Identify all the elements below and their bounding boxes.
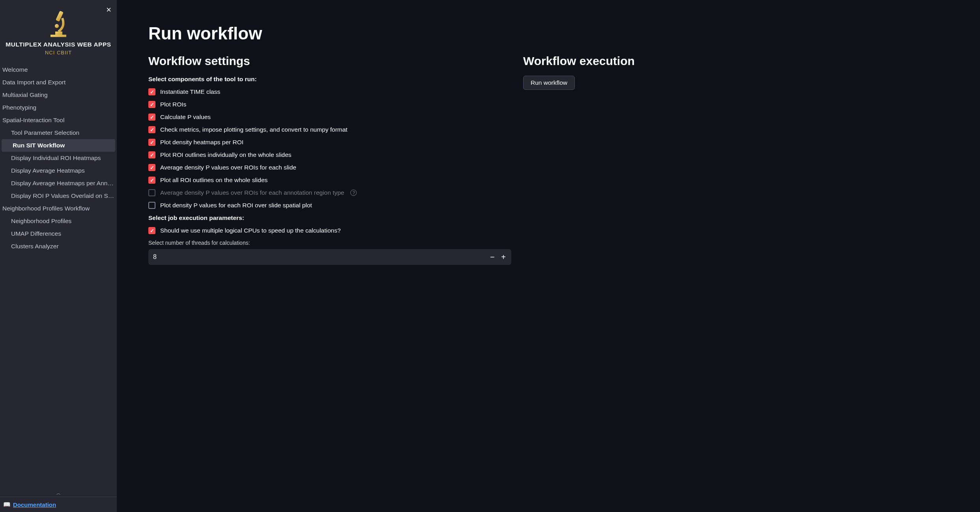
sidebar-item-13[interactable]: UMAP Differences — [0, 227, 117, 240]
microscope-icon — [47, 7, 70, 39]
checkbox-4[interactable]: ✓ — [148, 139, 155, 146]
checkbox-label-1: Plot ROIs — [160, 101, 186, 108]
checkbox-8 — [148, 189, 155, 196]
sidebar-item-11[interactable]: Neighborhood Profiles Workflow — [0, 202, 117, 215]
documentation-link[interactable]: Documentation — [13, 501, 56, 508]
close-icon[interactable]: × — [105, 3, 113, 17]
sidebar-item-2[interactable]: Multiaxial Gating — [0, 89, 117, 101]
execution-column: Workflow execution Run workflow — [523, 54, 635, 90]
checkbox-row-8: Average density P values over ROIs for e… — [148, 189, 511, 196]
checkbox-row-3: ✓Check metrics, impose plotting settings… — [148, 126, 511, 133]
settings-heading: Workflow settings — [148, 54, 511, 68]
sidebar-item-9[interactable]: Display Average Heatmaps per Annota… — [0, 177, 117, 190]
sidebar-item-10[interactable]: Display ROI P Values Overlaid on Slides — [0, 190, 117, 202]
svg-point-3 — [55, 24, 59, 28]
sidebar-item-12[interactable]: Neighborhood Profiles — [0, 215, 117, 227]
components-label: Select components of the tool to run: — [148, 76, 511, 83]
decrement-button[interactable]: − — [487, 251, 498, 263]
checkbox-list: ✓Instantiate TIME class✓Plot ROIs✓Calcul… — [148, 88, 511, 209]
help-icon[interactable]: ? — [350, 190, 357, 196]
checkbox-2[interactable]: ✓ — [148, 114, 155, 121]
checkbox-7[interactable]: ✓ — [148, 177, 155, 184]
checkbox-label-4: Plot density heatmaps per ROI — [160, 139, 243, 146]
brand-logo-block: MULTIPLEX ANALYSIS WEB APPS NCI CBIIT — [0, 0, 117, 60]
chevron-up-icon[interactable]: ︿ — [0, 490, 117, 497]
run-workflow-button[interactable]: Run workflow — [523, 76, 575, 90]
checkbox-label-0: Instantiate TIME class — [160, 88, 220, 95]
checkbox-5[interactable]: ✓ — [148, 151, 155, 158]
increment-button[interactable]: + — [498, 251, 509, 263]
threads-label: Select number of threads for calculation… — [148, 240, 511, 246]
checkbox-1[interactable]: ✓ — [148, 101, 155, 108]
brand-subtitle: NCI CBIIT — [45, 50, 72, 56]
checkbox-row-1: ✓Plot ROIs — [148, 101, 511, 108]
check-icon: ✓ — [150, 102, 154, 107]
checkbox-label-5: Plot ROI outlines individually on the wh… — [160, 151, 292, 158]
checkbox-row-0: ✓Instantiate TIME class — [148, 88, 511, 95]
checkbox-9[interactable] — [148, 202, 155, 209]
checkbox-label-9: Plot density P values for each ROI over … — [160, 202, 312, 209]
checkbox-row-9: Plot density P values for each ROI over … — [148, 202, 511, 209]
sidebar-item-7[interactable]: Display Individual ROI Heatmaps — [0, 152, 117, 164]
check-icon: ✓ — [150, 115, 154, 120]
sidebar-item-14[interactable]: Clusters Analyzer — [0, 240, 117, 253]
settings-column: Workflow settings Select components of t… — [148, 54, 511, 265]
checkbox-label-7: Plot all ROI outlines on the whole slide… — [160, 177, 267, 184]
check-icon: ✓ — [150, 127, 154, 132]
sidebar-item-8[interactable]: Display Average Heatmaps — [0, 164, 117, 177]
sidebar-item-0[interactable]: Welcome — [0, 63, 117, 76]
checkbox-row-5: ✓Plot ROI outlines individually on the w… — [148, 151, 511, 158]
execution-heading: Workflow execution — [523, 54, 635, 68]
checkbox-row-2: ✓Calculate P values — [148, 114, 511, 121]
sidebar: × MULTIPLEX ANALYSIS WEB APPS NCI CBIIT … — [0, 0, 117, 512]
sidebar-item-1[interactable]: Data Import and Export — [0, 76, 117, 89]
checkbox-label-3: Check metrics, impose plotting settings,… — [160, 126, 348, 133]
check-icon: ✓ — [150, 153, 154, 158]
sidebar-item-4[interactable]: Spatial-Interaction Tool — [0, 114, 117, 127]
checkbox-label-6: Average density P values over ROIs for e… — [160, 164, 296, 171]
check-icon: ✓ — [150, 165, 154, 170]
cpu-checkbox-row: ✓ Should we use multiple logical CPUs to… — [148, 227, 511, 234]
threads-input[interactable] — [153, 253, 487, 261]
sidebar-item-5[interactable]: Tool Parameter Selection — [0, 127, 117, 139]
checkbox-6[interactable]: ✓ — [148, 164, 155, 171]
sidebar-footer: 📖 Documentation — [0, 497, 117, 512]
svg-rect-0 — [50, 35, 66, 37]
check-icon: ✓ — [150, 228, 154, 233]
sidebar-item-3[interactable]: Phenotyping — [0, 101, 117, 114]
page-title: Run workflow — [148, 24, 948, 43]
checkbox-row-6: ✓Average density P values over ROIs for … — [148, 164, 511, 171]
check-icon: ✓ — [150, 89, 154, 95]
checkbox-label-2: Calculate P values — [160, 114, 211, 121]
brand-title: MULTIPLEX ANALYSIS WEB APPS — [6, 41, 111, 48]
sidebar-item-6[interactable]: Run SIT Workflow — [2, 139, 115, 152]
book-icon: 📖 — [3, 501, 11, 508]
params-label: Select job execution parameters: — [148, 214, 511, 222]
cpu-checkbox[interactable]: ✓ — [148, 227, 155, 234]
threads-input-wrapper: − + — [148, 249, 511, 265]
checkbox-0[interactable]: ✓ — [148, 88, 155, 95]
checkbox-3[interactable]: ✓ — [148, 126, 155, 133]
check-icon: ✓ — [150, 178, 154, 183]
check-icon: ✓ — [150, 140, 154, 145]
checkbox-label-8: Average density P values over ROIs for e… — [160, 189, 344, 196]
checkbox-row-7: ✓Plot all ROI outlines on the whole slid… — [148, 177, 511, 184]
checkbox-row-4: ✓Plot density heatmaps per ROI — [148, 139, 511, 146]
cpu-checkbox-label: Should we use multiple logical CPUs to s… — [160, 227, 341, 234]
sidebar-nav: WelcomeData Import and ExportMultiaxial … — [0, 60, 117, 490]
main-content: Run workflow Workflow settings Select co… — [117, 0, 980, 512]
